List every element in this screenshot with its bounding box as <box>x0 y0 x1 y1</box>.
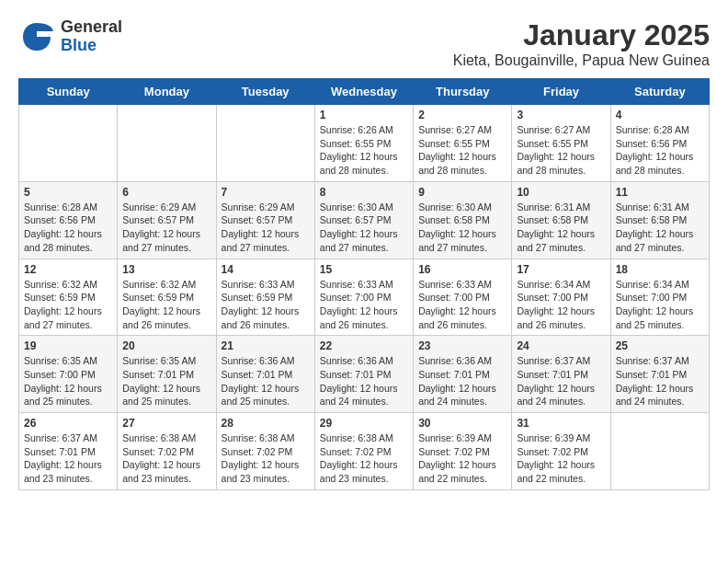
calendar-cell: 29Sunrise: 6:38 AM Sunset: 7:02 PM Dayli… <box>314 413 413 490</box>
day-info: Sunrise: 6:38 AM Sunset: 7:02 PM Dayligh… <box>222 431 310 486</box>
calendar-cell: 28Sunrise: 6:38 AM Sunset: 7:02 PM Dayli… <box>216 413 314 490</box>
day-number: 18 <box>616 263 704 276</box>
day-info: Sunrise: 6:34 AM Sunset: 7:00 PM Dayligh… <box>517 278 605 332</box>
day-number: 15 <box>320 263 408 276</box>
logo: General Blue <box>18 18 122 55</box>
calendar-cell: 17Sunrise: 6:34 AM Sunset: 7:00 PM Dayli… <box>512 259 610 336</box>
day-number: 27 <box>122 417 210 430</box>
calendar-cell: 15Sunrise: 6:33 AM Sunset: 7:00 PM Dayli… <box>314 259 413 336</box>
calendar-week-row: 1Sunrise: 6:26 AM Sunset: 6:55 PM Daylig… <box>19 105 710 182</box>
day-number: 14 <box>222 263 310 276</box>
calendar-cell: 10Sunrise: 6:31 AM Sunset: 6:58 PM Dayli… <box>512 181 610 259</box>
day-info: Sunrise: 6:30 AM Sunset: 6:57 PM Dayligh… <box>320 201 408 255</box>
logo-text: General Blue <box>61 18 122 55</box>
calendar-cell: 8Sunrise: 6:30 AM Sunset: 6:57 PM Daylig… <box>314 181 413 259</box>
calendar-cell: 18Sunrise: 6:34 AM Sunset: 7:00 PM Dayli… <box>610 259 709 336</box>
day-number: 4 <box>616 109 704 121</box>
day-number: 11 <box>616 186 704 199</box>
day-number: 9 <box>418 186 506 199</box>
day-info: Sunrise: 6:33 AM Sunset: 7:00 PM Dayligh… <box>418 278 506 332</box>
calendar-cell: 6Sunrise: 6:29 AM Sunset: 6:57 PM Daylig… <box>118 181 216 259</box>
day-info: Sunrise: 6:35 AM Sunset: 7:01 PM Dayligh… <box>122 354 210 408</box>
day-number: 7 <box>222 186 310 199</box>
day-info: Sunrise: 6:37 AM Sunset: 7:01 PM Dayligh… <box>517 354 605 408</box>
day-number: 19 <box>24 339 112 352</box>
day-number: 17 <box>517 263 605 276</box>
day-info: Sunrise: 6:31 AM Sunset: 6:58 PM Dayligh… <box>517 201 605 255</box>
calendar-cell <box>610 413 709 490</box>
weekday-header-monday: Monday <box>118 79 216 105</box>
day-info: Sunrise: 6:31 AM Sunset: 6:58 PM Dayligh… <box>616 201 704 255</box>
day-number: 6 <box>122 186 210 199</box>
calendar-cell: 7Sunrise: 6:29 AM Sunset: 6:57 PM Daylig… <box>216 181 314 259</box>
day-number: 31 <box>517 417 605 430</box>
calendar-cell: 20Sunrise: 6:35 AM Sunset: 7:01 PM Dayli… <box>118 336 216 413</box>
day-number: 22 <box>320 339 408 352</box>
day-number: 21 <box>222 339 310 352</box>
day-number: 13 <box>122 263 210 276</box>
day-number: 12 <box>24 263 112 276</box>
day-number: 8 <box>320 186 408 199</box>
calendar-body: 1Sunrise: 6:26 AM Sunset: 6:55 PM Daylig… <box>19 105 710 490</box>
calendar-cell: 16Sunrise: 6:33 AM Sunset: 7:00 PM Dayli… <box>414 259 512 336</box>
calendar-cell: 5Sunrise: 6:28 AM Sunset: 6:56 PM Daylig… <box>19 181 118 259</box>
day-number: 24 <box>517 339 605 352</box>
day-info: Sunrise: 6:26 AM Sunset: 6:55 PM Dayligh… <box>320 123 408 178</box>
calendar-cell: 30Sunrise: 6:39 AM Sunset: 7:02 PM Dayli… <box>414 413 512 490</box>
weekday-header-wednesday: Wednesday <box>314 79 413 105</box>
day-info: Sunrise: 6:39 AM Sunset: 7:02 PM Dayligh… <box>517 431 605 486</box>
day-info: Sunrise: 6:36 AM Sunset: 7:01 PM Dayligh… <box>418 354 506 408</box>
day-info: Sunrise: 6:30 AM Sunset: 6:58 PM Dayligh… <box>418 201 506 255</box>
day-info: Sunrise: 6:32 AM Sunset: 6:59 PM Dayligh… <box>24 278 112 332</box>
main-title: January 2025 <box>453 18 710 52</box>
day-info: Sunrise: 6:29 AM Sunset: 6:57 PM Dayligh… <box>222 201 310 255</box>
calendar-cell: 12Sunrise: 6:32 AM Sunset: 6:59 PM Dayli… <box>19 259 118 336</box>
day-info: Sunrise: 6:27 AM Sunset: 6:55 PM Dayligh… <box>418 123 506 178</box>
calendar-cell: 24Sunrise: 6:37 AM Sunset: 7:01 PM Dayli… <box>512 336 610 413</box>
calendar-cell: 25Sunrise: 6:37 AM Sunset: 7:01 PM Dayli… <box>610 336 709 413</box>
calendar-week-row: 12Sunrise: 6:32 AM Sunset: 6:59 PM Dayli… <box>19 259 710 336</box>
weekday-header-row: SundayMondayTuesdayWednesdayThursdayFrid… <box>19 79 710 105</box>
day-info: Sunrise: 6:28 AM Sunset: 6:56 PM Dayligh… <box>24 201 112 255</box>
day-number: 1 <box>320 109 408 121</box>
logo-blue-text: Blue <box>61 37 122 55</box>
calendar-cell: 3Sunrise: 6:27 AM Sunset: 6:55 PM Daylig… <box>512 105 610 182</box>
day-info: Sunrise: 6:29 AM Sunset: 6:57 PM Dayligh… <box>122 201 210 255</box>
day-number: 30 <box>418 417 506 430</box>
calendar-header: SundayMondayTuesdayWednesdayThursdayFrid… <box>19 79 710 105</box>
calendar-cell: 14Sunrise: 6:33 AM Sunset: 6:59 PM Dayli… <box>216 259 314 336</box>
day-info: Sunrise: 6:39 AM Sunset: 7:02 PM Dayligh… <box>418 431 506 486</box>
day-number: 16 <box>418 263 506 276</box>
calendar-table: SundayMondayTuesdayWednesdayThursdayFrid… <box>18 78 710 490</box>
day-number: 23 <box>418 339 506 352</box>
calendar-cell: 26Sunrise: 6:37 AM Sunset: 7:01 PM Dayli… <box>19 413 118 490</box>
calendar-cell: 11Sunrise: 6:31 AM Sunset: 6:58 PM Dayli… <box>610 181 709 259</box>
day-number: 26 <box>24 417 112 430</box>
title-block: January 2025 Kieta, Bougainville, Papua … <box>453 18 710 69</box>
day-info: Sunrise: 6:33 AM Sunset: 6:59 PM Dayligh… <box>222 278 310 332</box>
calendar-cell: 13Sunrise: 6:32 AM Sunset: 6:59 PM Dayli… <box>118 259 216 336</box>
day-number: 2 <box>418 109 506 121</box>
calendar-week-row: 5Sunrise: 6:28 AM Sunset: 6:56 PM Daylig… <box>19 181 710 259</box>
weekday-header-thursday: Thursday <box>414 79 512 105</box>
calendar-week-row: 26Sunrise: 6:37 AM Sunset: 7:01 PM Dayli… <box>19 413 710 490</box>
logo-icon <box>18 18 55 55</box>
calendar-cell: 23Sunrise: 6:36 AM Sunset: 7:01 PM Dayli… <box>414 336 512 413</box>
day-info: Sunrise: 6:38 AM Sunset: 7:02 PM Dayligh… <box>122 431 210 486</box>
calendar-cell <box>118 105 216 182</box>
day-number: 5 <box>24 186 112 199</box>
logo-general-text: General <box>61 18 122 37</box>
calendar-cell: 31Sunrise: 6:39 AM Sunset: 7:02 PM Dayli… <box>512 413 610 490</box>
calendar-cell <box>19 105 118 182</box>
day-info: Sunrise: 6:36 AM Sunset: 7:01 PM Dayligh… <box>320 354 408 408</box>
calendar-cell: 19Sunrise: 6:35 AM Sunset: 7:00 PM Dayli… <box>19 336 118 413</box>
weekday-header-sunday: Sunday <box>19 79 118 105</box>
day-number: 29 <box>320 417 408 430</box>
day-info: Sunrise: 6:37 AM Sunset: 7:01 PM Dayligh… <box>24 431 112 486</box>
weekday-header-saturday: Saturday <box>610 79 709 105</box>
calendar-cell: 27Sunrise: 6:38 AM Sunset: 7:02 PM Dayli… <box>118 413 216 490</box>
day-info: Sunrise: 6:36 AM Sunset: 7:01 PM Dayligh… <box>222 354 310 408</box>
calendar-cell <box>216 105 314 182</box>
day-info: Sunrise: 6:27 AM Sunset: 6:55 PM Dayligh… <box>517 123 605 178</box>
day-info: Sunrise: 6:28 AM Sunset: 6:56 PM Dayligh… <box>616 123 704 178</box>
